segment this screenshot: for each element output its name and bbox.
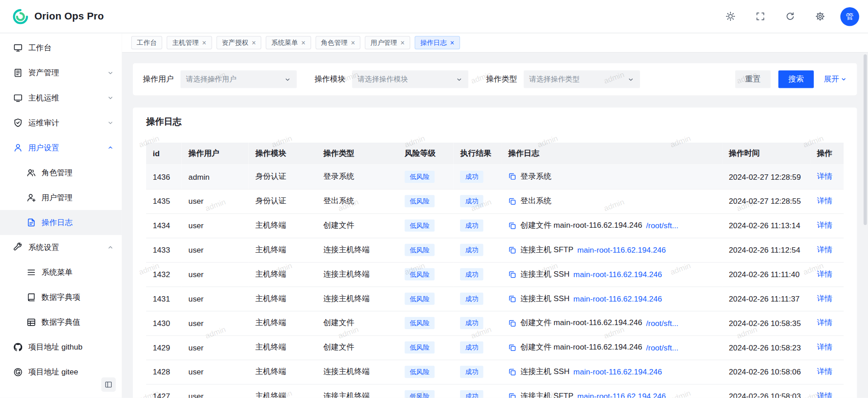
fullscreen-button[interactable] — [751, 7, 770, 26]
tab-role-mgmt[interactable]: 角色管理× — [315, 36, 360, 49]
close-icon[interactable]: × — [351, 39, 355, 46]
cell-result: 成功 — [454, 213, 502, 238]
close-icon[interactable]: × — [450, 39, 454, 46]
sidebar-collapse-button[interactable] — [101, 377, 116, 392]
sidebar-item-label: 用户管理 — [42, 192, 114, 202]
brand[interactable]: Orion Ops Pro — [12, 8, 104, 25]
log-link[interactable]: /root/sft... — [646, 319, 678, 328]
tab-user-mgmt[interactable]: 用户管理× — [365, 36, 410, 49]
log-text: 连接主机 SFTP — [521, 391, 574, 398]
risk-badge: 低风险 — [404, 390, 434, 398]
search-button[interactable]: 搜索 — [778, 70, 814, 88]
table-row: 1431user主机终端连接主机终端低风险成功连接主机 SSHmain-root… — [146, 287, 844, 311]
log-link[interactable]: /root/sft... — [646, 221, 678, 230]
cell-user: user — [182, 189, 249, 213]
copy-icon[interactable] — [508, 368, 517, 376]
sidebar-item-github[interactable]: 项目地址 github — [0, 335, 122, 360]
cell-action: 详情 — [810, 213, 844, 238]
scrollbar-thumb[interactable] — [863, 54, 867, 225]
detail-link[interactable]: 详情 — [817, 294, 832, 303]
refresh-icon — [785, 12, 795, 21]
log-content: 连接主机 SSHmain-root-116.62.194.246 — [508, 294, 716, 304]
log-link[interactable]: /root/sft... — [646, 343, 678, 352]
sidebar-item-host-ops[interactable]: 主机运维 — [0, 85, 122, 110]
detail-link[interactable]: 详情 — [817, 221, 832, 230]
log-link[interactable]: main-root-116.62.194.246 — [577, 392, 666, 398]
log-text: 登出系统 — [521, 196, 552, 206]
tab-label: 系统菜单 — [271, 38, 298, 48]
reset-button[interactable]: 重置 — [735, 70, 770, 88]
detail-link[interactable]: 详情 — [817, 269, 832, 278]
theme-button[interactable] — [721, 7, 740, 26]
sidebar-item-ops-audit[interactable]: 运维审计 — [0, 110, 122, 135]
cell-type: 连接主机终端 — [317, 360, 398, 384]
sidebar-item-label: 用户设置 — [28, 143, 101, 153]
detail-link[interactable]: 详情 — [817, 367, 832, 376]
log-text: 连接主机 SSH — [521, 294, 570, 304]
sun-icon — [726, 12, 735, 21]
settings-button[interactable] — [811, 7, 830, 26]
table-row: 1433user主机终端连接主机终端低风险成功连接主机 SFTPmain-roo… — [146, 238, 844, 262]
log-link[interactable]: main-root-116.62.194.246 — [574, 367, 662, 376]
close-icon[interactable]: × — [202, 39, 206, 46]
tab-label: 用户管理 — [370, 38, 397, 48]
sidebar-item-user-mgmt[interactable]: 用户管理 — [0, 185, 122, 210]
copy-icon[interactable] — [508, 246, 517, 254]
cell-action: 详情 — [810, 311, 844, 336]
filter-bar: 操作用户 请选择操作用户 操作模块 请选择操作模块 — [133, 63, 857, 96]
copy-icon[interactable] — [508, 392, 517, 398]
tab-host-mgmt[interactable]: 主机管理× — [166, 36, 212, 49]
sidebar-item-role-mgmt[interactable]: 角色管理 — [0, 160, 122, 185]
cell-risk: 低风险 — [398, 335, 454, 360]
log-link[interactable]: main-root-116.62.194.246 — [577, 245, 666, 254]
op-type-select[interactable]: 请选择操作类型 — [524, 70, 640, 88]
log-link[interactable]: main-root-116.62.194.246 — [574, 270, 662, 279]
detail-link[interactable]: 详情 — [817, 172, 832, 181]
sidebar-item-dict-item[interactable]: 数据字典项 — [0, 285, 122, 310]
tab-sys-menu[interactable]: 系统菜单× — [266, 36, 311, 49]
result-badge: 成功 — [460, 293, 484, 305]
log-link[interactable]: main-root-116.62.194.246 — [574, 294, 662, 303]
op-module-select[interactable]: 请选择操作模块 — [352, 70, 468, 88]
detail-link[interactable]: 详情 — [817, 196, 832, 205]
log-text: 创建文件 main-root-116.62.194.246 — [521, 342, 642, 352]
sidebar-item-dict-value[interactable]: 数据字典值 — [0, 310, 122, 335]
copy-icon[interactable] — [508, 295, 517, 303]
sidebar-item-op-log[interactable]: 操作日志 — [0, 210, 122, 235]
detail-link[interactable]: 详情 — [817, 391, 832, 398]
copy-icon[interactable] — [508, 270, 517, 278]
sidebar-item-sys-settings[interactable]: 系统设置 — [0, 235, 122, 260]
sidebar-item-workbench[interactable]: 工作台 — [0, 35, 122, 60]
tab-workbench[interactable]: 工作台 — [131, 36, 162, 49]
app-title: Orion Ops Pro — [34, 10, 104, 22]
cell-action: 详情 — [810, 335, 844, 360]
operation-log-table: id操作用户操作模块操作类型风险等级执行结果操作日志操作时间操作 1436adm… — [146, 143, 844, 398]
avatar[interactable]: 管 — [840, 7, 859, 26]
refresh-button[interactable] — [781, 7, 800, 26]
sidebar-item-asset-mgmt[interactable]: 资产管理 — [0, 60, 122, 85]
op-user-select[interactable]: 请选择操作用户 — [180, 70, 297, 88]
table-row: 1429user主机终端创建文件低风险成功创建文件 main-root-116.… — [146, 335, 844, 360]
cell-risk: 低风险 — [398, 360, 454, 384]
close-icon[interactable]: × — [400, 39, 404, 46]
detail-link[interactable]: 详情 — [817, 245, 832, 254]
sidebar-item-user-settings[interactable]: 用户设置 — [0, 135, 122, 160]
detail-link[interactable]: 详情 — [817, 342, 832, 351]
copy-icon[interactable] — [508, 319, 517, 327]
copy-icon[interactable] — [508, 197, 517, 205]
detail-link[interactable]: 详情 — [817, 318, 832, 327]
gitee-icon — [13, 367, 23, 377]
cell-result: 成功 — [454, 238, 502, 262]
tab-asset-auth[interactable]: 资产授权× — [216, 36, 261, 49]
cell-module: 主机终端 — [249, 384, 317, 398]
expand-toggle[interactable]: 展开 — [824, 74, 847, 84]
copy-icon[interactable] — [508, 343, 517, 351]
risk-badge: 低风险 — [404, 293, 434, 305]
sidebar-item-sys-menu[interactable]: 系统菜单 — [0, 260, 122, 285]
close-icon[interactable]: × — [251, 39, 256, 46]
tab-op-log[interactable]: 操作日志× — [415, 36, 460, 49]
copy-icon[interactable] — [508, 221, 517, 230]
cell-log: 连接主机 SFTPmain-root-116.62.194.246 — [502, 238, 722, 262]
close-icon[interactable]: × — [301, 39, 305, 46]
copy-icon[interactable] — [508, 173, 517, 181]
